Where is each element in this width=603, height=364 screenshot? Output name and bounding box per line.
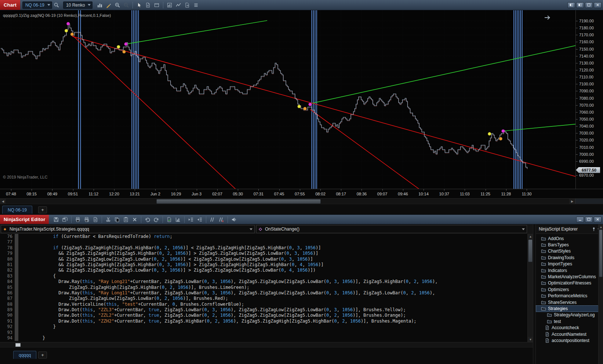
code-text-area[interactable]: 76 if (CurrentBar < BarsRequiredToTrade)…	[0, 234, 527, 342]
line-number: 93	[0, 330, 15, 335]
method-dropdown[interactable]: OnStateChange()	[256, 225, 527, 233]
explorer-scroll-thumb[interactable]	[599, 229, 603, 277]
window-close-button[interactable]	[594, 2, 602, 8]
price-axis[interactable]: 6977.50 7190.007180.007170.007160.007150…	[575, 10, 603, 189]
chart-canvas[interactable]	[0, 10, 575, 189]
code-line: 92 }	[0, 324, 527, 330]
line-number: 90	[0, 313, 15, 318]
cursor-icon[interactable]	[135, 1, 143, 9]
code-gutter	[15, 319, 18, 324]
code-editor[interactable]: 76 if (CurrentBar < BarsRequiredToTrade)…	[0, 234, 533, 342]
explorer-item-strategyanalyzerlog[interactable]: StrategyAnalyzerLog	[536, 312, 603, 318]
explorer-item-addons[interactable]: AddOns	[536, 235, 603, 242]
cut-icon[interactable]	[104, 216, 112, 223]
print-icon[interactable]	[74, 216, 82, 223]
explorer-item-performancemetrics[interactable]: PerformanceMetrics	[536, 293, 603, 299]
arrow-right-icon[interactable]	[544, 15, 551, 22]
explorer-item-indicators[interactable]: Indicators	[536, 267, 603, 273]
time-tick	[486, 189, 486, 191]
compile-doc-icon[interactable]	[165, 216, 173, 223]
print-preview-icon[interactable]	[83, 216, 91, 223]
explorer-item-barstypes[interactable]: BarsTypes	[536, 242, 603, 248]
instrument-selector[interactable]: NQ 06-19	[22, 1, 52, 9]
scroll-up-icon[interactable]: ▲	[528, 234, 533, 239]
time-tick	[258, 189, 259, 191]
explorer-item-drawingtools[interactable]: DrawingTools	[536, 254, 603, 261]
outdent-icon[interactable]	[187, 216, 195, 223]
explorer-item-optimizers[interactable]: Optimizers	[536, 286, 603, 293]
scroll-left-icon[interactable]: ◀	[0, 199, 6, 204]
undo-icon[interactable]	[144, 216, 152, 223]
indent-icon[interactable]	[196, 216, 204, 223]
explorer-item-optimizationfitnesses[interactable]: OptimizationFitnesses	[536, 280, 603, 286]
line-number: 76	[0, 234, 15, 239]
hscroll-thumb[interactable]	[156, 199, 321, 204]
signal-icon[interactable]	[174, 1, 182, 9]
new-editor-tab-button[interactable]: +	[38, 352, 47, 359]
time-tick	[52, 189, 52, 191]
explorer-item-strategies[interactable]: Strategies	[536, 305, 603, 312]
scroll-up-icon[interactable]: ▲	[599, 224, 603, 229]
price-tick	[576, 91, 578, 91]
explorer-vscrollbar: ▲	[598, 224, 603, 364]
explorer-item-shareservices[interactable]: ShareServices	[536, 299, 603, 305]
explorer-header: NinjaScript Explorer	[536, 224, 603, 234]
redo-icon[interactable]	[152, 216, 160, 223]
save-icon[interactable]	[52, 216, 60, 223]
paste-icon[interactable]	[122, 216, 130, 223]
instrument-search-icon[interactable]	[52, 1, 61, 9]
new-doc-icon[interactable]	[91, 216, 99, 223]
scroll-right-icon[interactable]: ▶	[569, 199, 575, 204]
explorer-item-label: test	[554, 319, 561, 324]
snapshot-icon[interactable]	[153, 1, 161, 9]
uncomment-icon[interactable]	[217, 216, 225, 223]
window-minimize-button[interactable]	[576, 217, 584, 223]
explorer-item-accountnametest[interactable]: AccountNametest	[536, 331, 603, 337]
editor-tab-qqqqq[interactable]: qqqqq	[13, 351, 36, 359]
save-all-icon[interactable]	[61, 216, 69, 223]
pin-icon[interactable]	[591, 227, 596, 232]
panel-splitter[interactable]	[533, 224, 536, 364]
explorer-item-marketanalyzercolumns[interactable]: MarketAnalyzerColumns	[536, 273, 603, 280]
comment-icon[interactable]	[208, 216, 217, 223]
new-chart-tab-button[interactable]: +	[38, 206, 47, 213]
line-number: 91	[0, 319, 15, 324]
line-number: 92	[0, 324, 15, 330]
chart-style-icon[interactable]	[96, 1, 104, 9]
time-axis-label: 10:37	[434, 192, 454, 196]
draw-icon[interactable]	[105, 1, 113, 9]
scroll-down-icon[interactable]: ▼	[528, 337, 533, 342]
hscroll-track[interactable]	[6, 199, 569, 204]
export-icon[interactable]	[183, 1, 191, 9]
panel-icon[interactable]	[166, 1, 174, 9]
code-gutter	[15, 290, 18, 296]
window-close-button[interactable]	[594, 217, 602, 223]
chart-tab-nq0619[interactable]: NQ 06-19	[2, 206, 32, 214]
window-pane-button[interactable]	[567, 2, 575, 8]
zoom-in-icon[interactable]	[113, 1, 121, 9]
copy-icon[interactable]	[113, 216, 121, 223]
explorer-item-label: AccountNametest	[552, 332, 586, 337]
vscroll-thumb[interactable]	[528, 239, 533, 262]
explorer-item-importtypes[interactable]: ImportTypes	[536, 261, 603, 267]
report-icon[interactable]	[144, 1, 152, 9]
window-maximize-button[interactable]	[585, 217, 593, 223]
explorer-item-accountpositiontest[interactable]: accountpositiontest	[536, 337, 603, 343]
explorer-item-accountcheck[interactable]: Accountcheck	[536, 324, 603, 331]
list-icon[interactable]	[192, 1, 200, 9]
time-axis[interactable]: 07:4808:1508:4909:5111:1212:2013:21Jun 2…	[0, 189, 603, 198]
explorer-item-test[interactable]: test	[536, 318, 603, 324]
chart-icon[interactable]	[174, 216, 182, 223]
period-selector[interactable]: 10 Renko	[63, 1, 92, 9]
window-pane-button[interactable]	[576, 2, 584, 8]
code-line: 93	[0, 330, 527, 335]
code-hscroll-thumb[interactable]	[15, 343, 21, 347]
plot-area[interactable]: qqqqq(0.1)/Zig zag(NQ 06-19 (10 Renko),P…	[0, 10, 575, 189]
delete-icon[interactable]	[131, 216, 139, 223]
price-axis-label: 7040.00	[579, 124, 594, 128]
explorer-item-chartstyles[interactable]: ChartStyles	[536, 248, 603, 254]
code-line: 80 && ZigZag5.ZigZagLow[ZigZag5.LowBar(0…	[0, 257, 527, 262]
class-dropdown[interactable]: NinjaTrader.NinjaScript.Strategies.qqqqq	[1, 225, 255, 233]
compile-icon[interactable]	[230, 216, 238, 223]
window-maximize-button[interactable]	[585, 2, 593, 8]
